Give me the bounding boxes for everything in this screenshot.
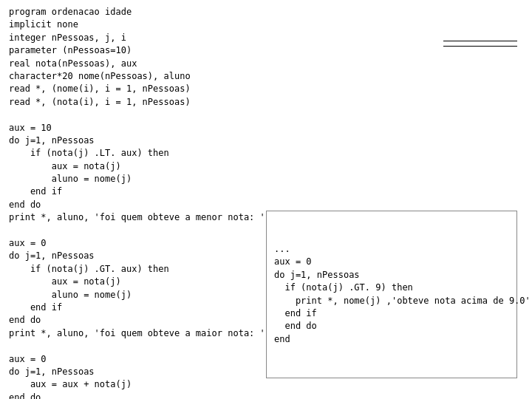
- decorative-lines: [443, 41, 517, 47]
- popup-box: ... aux = 0 do j=1, nPessoas if (nota(j)…: [266, 211, 517, 378]
- line-1: [443, 41, 517, 41]
- main-container: program ordenacao idade implicit none in…: [0, 0, 532, 399]
- line-2: [443, 46, 517, 47]
- popup-code: ... aux = 0 do j=1, nPessoas if (nota(j)…: [274, 243, 509, 346]
